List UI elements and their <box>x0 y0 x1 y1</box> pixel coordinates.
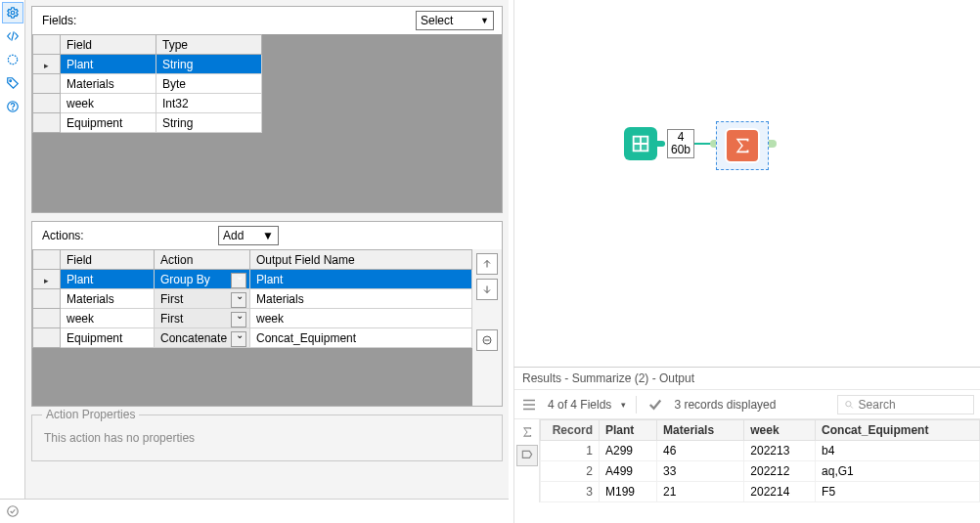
svg-point-6 <box>8 506 19 517</box>
chevron-down-icon: ▼ <box>480 16 489 25</box>
results-view-rail <box>514 419 540 502</box>
results-title: Results - Summarize (2) - Output <box>514 368 980 390</box>
svg-point-0 <box>11 11 15 15</box>
fields-select-label: Select <box>421 14 453 27</box>
fields-row[interactable]: week Int32 <box>33 94 262 113</box>
sigma-view-icon[interactable] <box>516 421 538 443</box>
svg-point-4 <box>12 109 13 110</box>
actions-add-label: Add <box>223 229 244 242</box>
results-grid[interactable]: Record Plant Materials week Concat_Equip… <box>540 419 980 502</box>
actions-row[interactable]: Equipment Concatenate Concat_Equipment <box>33 328 472 348</box>
config-panel: Fields: Select ▼ Field Type Plant String <box>25 0 509 499</box>
svg-point-2 <box>9 80 11 82</box>
results-header-plant[interactable]: Plant <box>600 420 657 441</box>
node-output-anchor <box>657 141 665 147</box>
check-circle-icon <box>6 504 20 518</box>
search-input[interactable] <box>859 398 967 412</box>
fields-section: Fields: Select ▼ Field Type Plant String <box>31 6 503 213</box>
fields-grid[interactable]: Field Type Plant String Materials Byte w… <box>32 34 262 133</box>
actions-header-action[interactable]: Action <box>155 250 250 270</box>
actions-section: Actions: Add ▼ Field Action Output Field… <box>31 221 503 407</box>
config-icon-rail <box>0 0 25 499</box>
actions-grid[interactable]: Field Action Output Field Name Plant Gro… <box>32 249 472 348</box>
results-search[interactable] <box>837 395 974 414</box>
action-dropdown[interactable]: Concatenate <box>155 328 250 348</box>
fields-summary[interactable]: 4 of 4 Fields <box>548 398 611 412</box>
results-header-week[interactable]: week <box>744 420 816 441</box>
results-row[interactable]: 1 A299 46 202213 b4 <box>541 441 980 461</box>
move-up-button[interactable] <box>476 253 498 275</box>
svg-point-1 <box>8 55 17 64</box>
list-icon[interactable] <box>520 396 538 414</box>
actions-side-buttons <box>472 249 502 406</box>
move-down-button[interactable] <box>476 279 498 300</box>
action-properties-section: Action Properties This action has no pro… <box>31 414 503 461</box>
workflow-canvas[interactable]: 4 60b <box>513 0 980 367</box>
actions-row[interactable]: Plant Group By Plant <box>33 270 472 289</box>
results-panel: Results - Summarize (2) - Output 4 of 4 … <box>513 367 980 523</box>
actions-header-outname[interactable]: Output Field Name <box>250 250 472 270</box>
input-node[interactable] <box>624 127 657 160</box>
actions-add-dropdown[interactable]: Add ▼ <box>218 226 279 245</box>
fields-row[interactable]: Equipment String <box>33 113 262 133</box>
action-dropdown[interactable]: First <box>155 309 250 328</box>
action-properties-text: This action has no properties <box>44 425 490 445</box>
records-summary: 3 records displayed <box>674 398 776 412</box>
svg-point-7 <box>846 401 851 406</box>
xml-icon[interactable] <box>2 25 23 47</box>
sigma-icon <box>725 128 760 163</box>
actions-header-field[interactable]: Field <box>61 250 155 270</box>
action-properties-title: Action Properties <box>42 408 139 421</box>
fields-row[interactable]: Plant String <box>33 55 262 74</box>
action-dropdown[interactable]: Group By <box>155 270 250 289</box>
chevron-down-icon: ▼ <box>262 229 274 242</box>
output-view-icon[interactable] <box>516 445 538 466</box>
results-row[interactable]: 3 M199 21 202214 F5 <box>541 482 980 502</box>
results-toolbar: 4 of 4 Fields ▾ 3 records displayed <box>514 390 980 419</box>
fields-header-type[interactable]: Type <box>156 35 262 55</box>
results-row[interactable]: 2 A499 33 202212 aq,G1 <box>541 461 980 482</box>
remove-button[interactable] <box>476 329 498 351</box>
fields-header-field[interactable]: Field <box>61 35 156 55</box>
actions-label: Actions: <box>42 229 218 242</box>
chevron-down-icon[interactable]: ▾ <box>621 400 626 410</box>
help-icon[interactable] <box>2 96 23 117</box>
actions-row[interactable]: Materials First Materials <box>33 289 472 309</box>
gear-icon[interactable] <box>2 2 23 23</box>
fields-label: Fields: <box>42 14 416 27</box>
fields-select-dropdown[interactable]: Select ▼ <box>416 11 494 30</box>
connection-metadata[interactable]: 4 60b <box>667 129 694 158</box>
status-strip <box>0 499 509 523</box>
actions-row[interactable]: week First week <box>33 309 472 328</box>
summarize-node-selected[interactable] <box>716 121 769 170</box>
node-output-anchor <box>769 140 777 148</box>
check-icon <box>646 396 664 414</box>
action-dropdown[interactable]: First <box>155 289 250 309</box>
results-header-materials[interactable]: Materials <box>657 420 744 441</box>
tag-icon[interactable] <box>2 72 23 94</box>
results-header-record[interactable]: Record <box>541 420 600 441</box>
search-icon <box>844 399 855 411</box>
refresh-icon[interactable] <box>2 49 23 70</box>
results-header-concat[interactable]: Concat_Equipment <box>816 420 980 441</box>
fields-row[interactable]: Materials Byte <box>33 74 262 94</box>
